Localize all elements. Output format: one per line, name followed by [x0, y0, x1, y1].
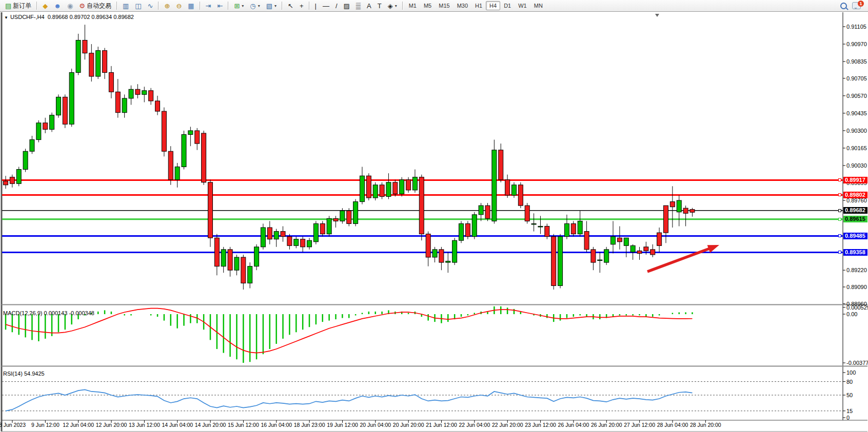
- autotrading-button[interactable]: ⚙自动交易: [76, 1, 114, 11]
- toolbar-group: ⊕⊖▦: [161, 0, 197, 11]
- candle-body: [525, 205, 529, 221]
- trendline-button[interactable]: /: [333, 2, 340, 10]
- candle-body: [611, 237, 616, 244]
- indicators-button[interactable]: ⊞▾: [231, 2, 246, 10]
- new-order-button[interactable]: ▤新订单: [3, 1, 34, 11]
- candle-body: [89, 53, 94, 76]
- timeframe-h1[interactable]: H1: [471, 1, 486, 10]
- candle-body: [664, 205, 668, 233]
- candlestick-chart-icon[interactable]: ◫: [132, 2, 144, 10]
- chart-shift-icon[interactable]: ⇤: [215, 2, 226, 10]
- level-line-anchor[interactable]: [838, 178, 841, 181]
- candle-body: [584, 232, 589, 250]
- candle-body: [129, 89, 133, 98]
- crosshair-button[interactable]: +: [297, 2, 306, 10]
- history-center-icon[interactable]: ◆: [40, 2, 50, 10]
- chart-ohlc-readout: 0.89668 0.89702 0.89634 0.89682: [48, 14, 134, 20]
- candle-body: [162, 111, 166, 151]
- chart-collapse-icon[interactable]: ▼: [4, 15, 8, 20]
- candle-body: [69, 72, 74, 124]
- candle-body: [545, 226, 549, 236]
- candle-body: [149, 91, 153, 101]
- text-label-button[interactable]: T: [375, 2, 384, 10]
- rsi-label: RSI(14) 54.9425: [3, 371, 45, 377]
- notifications-icon[interactable]: 1: [852, 2, 861, 9]
- timeframe-m15[interactable]: M15: [435, 1, 453, 10]
- candle-body: [598, 260, 602, 261]
- search-icon[interactable]: [840, 3, 847, 9]
- level-line-anchor[interactable]: [838, 193, 841, 196]
- time-axis-label: 9 Jun 12:00: [31, 422, 60, 428]
- level-line-anchor[interactable]: [838, 251, 841, 254]
- timeframe-m1[interactable]: M1: [405, 1, 420, 10]
- cursor-button[interactable]: ↖: [285, 2, 296, 10]
- vertical-line-button[interactable]: |: [312, 2, 319, 10]
- chart-area[interactable]: ▼USDCHF-,H4 0.89668 0.89702 0.89634 0.89…: [0, 12, 868, 432]
- vertical-line-glyph: |: [315, 3, 317, 9]
- candle-body: [208, 182, 212, 238]
- candle-body: [432, 250, 437, 257]
- text-button[interactable]: A: [364, 2, 374, 10]
- candle-body: [419, 177, 424, 234]
- level-price-label-0.89802: 0.89802: [843, 192, 867, 198]
- macd-tick-label: -0.003771: [846, 360, 868, 366]
- periods-button[interactable]: ◷▾: [247, 2, 262, 10]
- candle-body: [657, 233, 662, 245]
- candle-body: [459, 223, 464, 240]
- indicators-button-dropdown-icon[interactable]: ▾: [242, 4, 244, 8]
- toolbar-group: |—/▨▒AT◈▾: [312, 0, 400, 11]
- candle-body: [439, 250, 444, 262]
- chart-canvas[interactable]: [0, 12, 868, 432]
- periods-button-dropdown-icon[interactable]: ▾: [258, 4, 260, 8]
- zoom-out-button[interactable]: ⊖: [173, 2, 184, 10]
- time-axis-label: 8 Jun 2023: [0, 422, 26, 428]
- candle-body: [294, 239, 299, 246]
- level-line-anchor[interactable]: [838, 218, 841, 221]
- candle-body: [195, 131, 200, 143]
- candle-body: [320, 223, 325, 234]
- candle-body: [168, 151, 173, 179]
- signals-icon[interactable]: ◉: [65, 2, 75, 10]
- candle-body: [604, 250, 609, 262]
- timeframe-m5[interactable]: M5: [420, 1, 435, 10]
- candle-body: [241, 257, 246, 283]
- candle-body: [103, 51, 107, 73]
- horizontal-line-button[interactable]: —: [320, 2, 332, 10]
- candle-body: [228, 250, 232, 270]
- candle-body: [492, 150, 497, 221]
- candle-body: [637, 251, 642, 253]
- timeframe-w1[interactable]: W1: [515, 1, 530, 10]
- level-price-label-0.89485: 0.89485: [843, 233, 867, 239]
- arrows-button-dropdown-icon[interactable]: ▾: [395, 4, 397, 8]
- equidistant-channel-button[interactable]: ▨: [341, 2, 352, 10]
- level-line-anchor[interactable]: [838, 234, 841, 237]
- candle-body: [340, 211, 345, 221]
- profile-icon[interactable]: ☻: [51, 2, 64, 10]
- line-chart-icon[interactable]: ∿: [145, 2, 156, 10]
- indicators-glyph: ⊞: [234, 3, 240, 9]
- level-line-anchor[interactable]: [838, 209, 841, 212]
- candle-body: [188, 131, 193, 135]
- templates-button[interactable]: ▧▾: [264, 2, 279, 10]
- candle-body: [347, 211, 351, 223]
- timeframe-h4[interactable]: H4: [486, 1, 500, 10]
- timeframe-mn[interactable]: MN: [530, 1, 546, 10]
- fibonacci-button[interactable]: ▒: [353, 2, 363, 10]
- time-axis-label: 28 Jun 20:00: [690, 422, 721, 428]
- tile-windows-icon[interactable]: ▦: [185, 2, 196, 10]
- candle-body: [327, 218, 331, 234]
- templates-button-dropdown-icon[interactable]: ▾: [274, 4, 277, 8]
- time-axis-label: 26 Jun 20:00: [591, 422, 622, 428]
- chart-title: ▼USDCHF-,H4 0.89668 0.89702 0.89634 0.89…: [4, 14, 134, 20]
- candle-body: [23, 151, 28, 169]
- zoom-in-button[interactable]: ⊕: [162, 2, 172, 10]
- arrows-button[interactable]: ◈▾: [385, 2, 400, 10]
- bar-chart-icon[interactable]: ▥: [120, 2, 131, 10]
- time-axis-label: 27 Jun 12:00: [624, 422, 655, 428]
- auto-scroll-icon[interactable]: ⇥: [203, 2, 214, 10]
- time-axis-label: 20 Jun 20:00: [393, 422, 424, 428]
- candle-body: [393, 182, 398, 194]
- level-price-label-0.89358: 0.89358: [843, 249, 867, 256]
- timeframe-d1[interactable]: D1: [500, 1, 515, 10]
- timeframe-m30[interactable]: M30: [453, 1, 471, 10]
